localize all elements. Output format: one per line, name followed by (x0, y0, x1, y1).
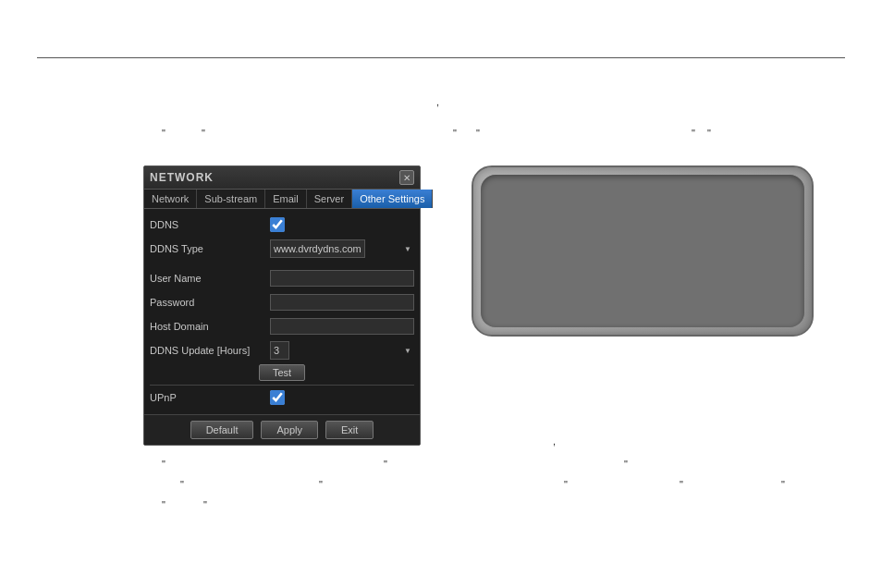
text-quote-6: " (707, 128, 711, 139)
host-domain-input[interactable] (270, 318, 414, 335)
text-quote-14: " (781, 479, 785, 490)
ddns-type-select-wrapper: www.dvrdydns.com www.dyndns.org www.no-i… (270, 239, 414, 258)
tab-substream[interactable]: Sub-stream (197, 190, 265, 208)
text-comma-1: , (436, 96, 439, 107)
text-quote-15: " (162, 499, 165, 510)
apply-button[interactable]: Apply (261, 421, 318, 439)
text-quote-2: " (202, 128, 205, 139)
tab-other-settings[interactable]: Other Settings (352, 190, 433, 208)
exit-button[interactable]: Exit (325, 421, 374, 439)
text-quote-8: " (180, 479, 184, 490)
username-label: User Name (150, 273, 270, 284)
ddns-checkbox[interactable] (270, 217, 285, 232)
text-quote-5: " (692, 128, 695, 139)
test-button[interactable]: Test (259, 364, 305, 381)
password-label: Password (150, 297, 270, 308)
text-comma-2: , (553, 435, 556, 447)
ddns-update-label: DDNS Update [Hours] (150, 345, 270, 356)
network-dialog: NETWORK ✕ Network Sub-stream Email Serve… (143, 165, 421, 446)
upnp-checkbox[interactable] (270, 390, 285, 405)
dialog-titlebar: NETWORK ✕ (144, 166, 420, 190)
username-row: User Name (150, 268, 414, 288)
text-quote-9: " (384, 459, 387, 470)
default-button[interactable]: Default (190, 421, 254, 439)
text-quote-16: " (203, 499, 207, 510)
tab-bar: Network Sub-stream Email Server Other Se… (144, 190, 420, 209)
close-button[interactable]: ✕ (399, 170, 414, 185)
dialog-footer: Default Apply Exit (144, 414, 420, 445)
gray-preview-inner (481, 175, 804, 327)
text-quote-1: " (162, 128, 165, 139)
top-divider (37, 57, 845, 58)
username-input[interactable] (270, 270, 414, 287)
ddns-type-select[interactable]: www.dvrdydns.com www.dyndns.org www.no-i… (270, 239, 365, 258)
ddns-update-select-wrapper: 1 2 3 6 12 24 (270, 341, 414, 360)
upnp-row: UPnP (150, 385, 414, 405)
tab-server[interactable]: Server (307, 190, 352, 208)
ddns-row: DDNS (150, 214, 414, 235)
tab-network[interactable]: Network (144, 190, 197, 208)
ddns-update-row: DDNS Update [Hours] 1 2 3 6 12 24 (150, 340, 414, 361)
ddns-update-select[interactable]: 1 2 3 6 12 24 (270, 341, 289, 360)
text-quote-4: " (476, 128, 480, 139)
ddns-type-row: DDNS Type www.dvrdydns.com www.dyndns.or… (150, 239, 414, 259)
test-btn-row: Test (150, 364, 414, 381)
dialog-content: DDNS DDNS Type www.dvrdydns.com www.dynd… (144, 209, 420, 414)
password-row: Password (150, 292, 414, 312)
dialog-title: NETWORK (150, 171, 214, 184)
text-quote-7: " (162, 459, 165, 470)
text-quote-10: " (319, 479, 323, 490)
tab-email[interactable]: Email (265, 190, 307, 208)
text-quote-12: " (624, 459, 628, 470)
host-domain-row: Host Domain (150, 316, 414, 337)
password-input[interactable] (270, 294, 414, 311)
text-quote-11: " (564, 479, 568, 490)
host-domain-label: Host Domain (150, 321, 270, 332)
ddns-type-label: DDNS Type (150, 243, 270, 254)
text-quote-3: " (453, 128, 457, 139)
upnp-label: UPnP (150, 392, 270, 403)
ddns-label: DDNS (150, 219, 270, 230)
text-quote-13: " (680, 479, 683, 490)
gray-preview-box (472, 165, 814, 337)
